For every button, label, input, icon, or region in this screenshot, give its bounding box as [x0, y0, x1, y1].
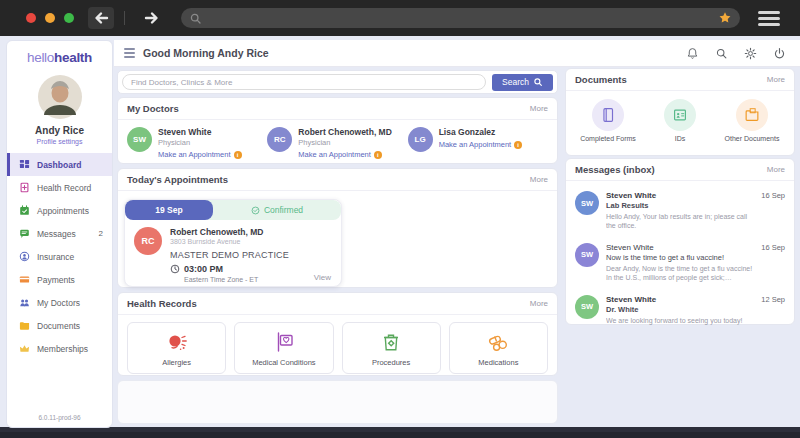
doctor-name: Lisa Gonzalez	[439, 127, 523, 137]
search-button[interactable]: Search	[492, 74, 553, 91]
payments-card-icon	[19, 274, 30, 285]
completed-forms-icon	[599, 106, 617, 124]
sidebar-item-label: Messages	[37, 229, 92, 239]
messages-inbox-card: Messages (inbox) More SW Steven White La…	[565, 158, 795, 325]
confirmed-check-icon	[251, 206, 260, 215]
ids-icon	[671, 106, 689, 124]
logo-hello: hello	[27, 50, 54, 65]
bookmark-star-icon[interactable]	[718, 11, 732, 25]
sidebar-item-appointments[interactable]: Appointments	[7, 199, 112, 222]
documents-more-link[interactable]: More	[767, 75, 785, 84]
sidebar-item-messages[interactable]: Messages 2	[7, 222, 112, 245]
browser-back-button[interactable]	[88, 7, 114, 29]
sidebar-item-health-record[interactable]: Health Record	[7, 176, 112, 199]
appointment-view-link[interactable]: View	[314, 273, 331, 282]
message-date: 16 Sep	[761, 243, 785, 283]
insurance-icon	[19, 251, 30, 262]
sidebar-item-label: Appointments	[37, 206, 103, 216]
message-date: 16 Sep	[761, 191, 785, 231]
sidebar-item-label: Health Record	[37, 183, 103, 193]
documents-tile-ids[interactable]: IDs	[644, 99, 716, 142]
messages-unread-badge: 2	[99, 229, 103, 238]
window-controls	[26, 13, 74, 23]
make-appointment-label: Make an Appointment	[298, 150, 371, 159]
logout-power-icon[interactable]	[773, 47, 786, 60]
documents-tile-label: Completed Forms	[580, 135, 636, 142]
appointment-date-tab[interactable]: 19 Sep	[125, 200, 213, 220]
sidebar-item-label: Documents	[37, 321, 103, 331]
messages-more-link[interactable]: More	[767, 165, 785, 174]
documents-tile-label: Other Documents	[725, 135, 780, 142]
health-record-tile-medical-conditions[interactable]: Medical Conditions	[234, 322, 333, 374]
health-record-label: Medical Conditions	[252, 358, 315, 367]
minimize-window-button[interactable]	[45, 13, 55, 23]
message-item[interactable]: SW Steven White Lab Results Hello Andy, …	[575, 185, 785, 237]
search-icon[interactable]	[715, 47, 728, 60]
sidebar-item-insurance[interactable]: Insurance	[7, 245, 112, 268]
message-item[interactable]: SW Steven White Now is the time to get a…	[575, 237, 785, 289]
sidebar-item-my-doctors[interactable]: My Doctors	[7, 291, 112, 314]
sidebar-item-memberships[interactable]: Memberships	[7, 337, 112, 360]
doctor-card: SW Steven White Physician Make an Appoin…	[127, 127, 267, 159]
health-records-card: Health Records More Allergies Medical Co…	[117, 292, 558, 376]
medical-conditions-icon	[272, 330, 296, 354]
sidebar-item-label: Insurance	[37, 252, 103, 262]
documents-folder-icon	[19, 320, 30, 331]
sidebar-item-dashboard[interactable]: Dashboard	[7, 153, 112, 176]
message-date: 12 Sep	[761, 295, 785, 325]
message-preview: Dear Andy, Now is the time to get a flu …	[606, 264, 754, 283]
sidebar: hellohealth Andy Rice Profile settings D…	[6, 40, 113, 428]
notifications-bell-icon[interactable]	[686, 47, 699, 60]
avatar	[38, 75, 82, 119]
sidebar-item-payments[interactable]: Payments	[7, 268, 112, 291]
menu-toggle-icon[interactable]	[124, 48, 135, 58]
my-doctors-title: My Doctors	[127, 103, 179, 114]
other-documents-icon	[743, 106, 761, 124]
message-item[interactable]: SW Steven White Dr. White We are looking…	[575, 289, 785, 331]
browser-forward-button[interactable]	[139, 7, 165, 29]
doctor-avatar: LG	[408, 127, 433, 152]
back-arrow-icon	[93, 11, 109, 25]
profile-settings-link[interactable]: Profile settings	[7, 138, 112, 145]
sidebar-item-documents[interactable]: Documents	[7, 314, 112, 337]
documents-tile-other-documents[interactable]: Other Documents	[716, 99, 788, 142]
make-appointment-link[interactable]: Make an Appointmenti	[298, 150, 392, 159]
message-sender: Steven White	[606, 295, 754, 304]
find-doctors-input[interactable]	[122, 74, 486, 90]
message-sender-avatar: SW	[575, 295, 599, 319]
maximize-window-button[interactable]	[64, 13, 74, 23]
my-doctors-more-link[interactable]: More	[530, 104, 548, 113]
close-window-button[interactable]	[26, 13, 36, 23]
settings-gear-icon[interactable]	[744, 47, 757, 60]
health-record-tile-allergies[interactable]: Allergies	[127, 322, 226, 374]
app-window: hellohealth Andy Rice Profile settings D…	[0, 36, 800, 432]
health-record-label: Procedures	[372, 358, 410, 367]
appointments-calendar-icon	[19, 205, 30, 216]
documents-title: Documents	[575, 74, 627, 85]
health-records-more-link[interactable]: More	[530, 299, 548, 308]
appointment-item[interactable]: 19 Sep Confirmed RC Robert Chenoweth, MD…	[124, 199, 342, 287]
content-panel	[117, 380, 558, 424]
browser-chrome	[0, 0, 800, 36]
health-record-tile-procedures[interactable]: Procedures	[342, 322, 441, 374]
health-record-tile-medications[interactable]: Medications	[449, 322, 548, 374]
message-preview: Hello Andy, Your lab results are in; ple…	[606, 212, 754, 231]
screen: hellohealth Andy Rice Profile settings D…	[0, 0, 800, 438]
todays-appointments-card: Today's Appointments More 19 Sep Confirm…	[117, 168, 558, 288]
sidebar-item-label: Memberships	[37, 344, 103, 354]
appointment-address: 3803 Burnside Avenue	[170, 238, 289, 245]
search-button-label: Search	[502, 77, 529, 87]
my-doctors-card: My Doctors More SW Steven White Physicia…	[117, 97, 558, 164]
make-appointment-label: Make an Appointment	[158, 150, 231, 159]
documents-tile-completed-forms[interactable]: Completed Forms	[572, 99, 644, 142]
doctor-card: LG Lisa Gonzalez Make an Appointmenti	[408, 127, 548, 159]
appointment-info-icon: i	[234, 151, 242, 159]
hellohealth-logo: hellohealth	[7, 41, 112, 69]
make-appointment-link[interactable]: Make an Appointmenti	[158, 150, 242, 159]
address-bar[interactable]	[181, 8, 740, 28]
messages-chat-icon	[19, 228, 30, 239]
make-appointment-link[interactable]: Make an Appointmenti	[439, 140, 523, 149]
appointment-doctor-name: Robert Chenoweth, MD	[170, 227, 289, 237]
browser-menu-button[interactable]	[758, 11, 780, 26]
appointments-more-link[interactable]: More	[530, 175, 548, 184]
